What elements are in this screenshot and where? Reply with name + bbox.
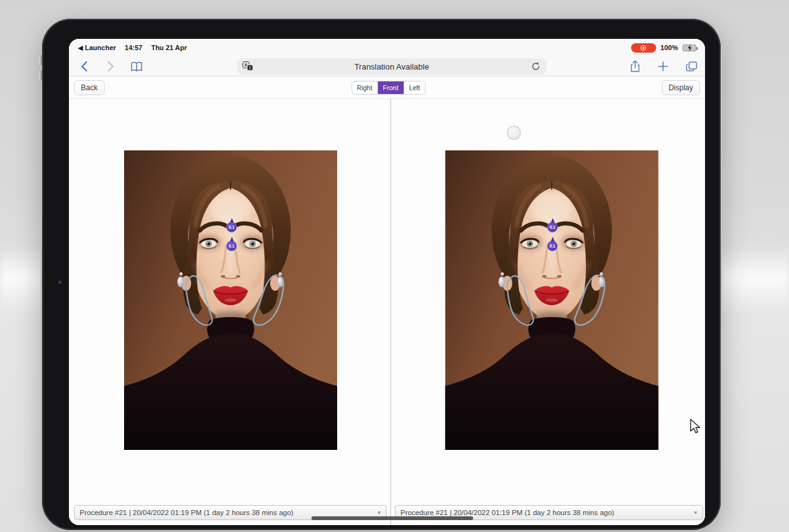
mouse-cursor xyxy=(689,419,702,437)
status-bar: ◀ Launcher 14:57 Thu 21 Apr 100% xyxy=(69,39,705,56)
return-to-app-indicator[interactable]: ◀ Launcher xyxy=(78,44,116,52)
view-segmented-control: Right Front Left xyxy=(352,81,426,95)
volume-down-button xyxy=(39,70,42,80)
browser-toolbar: A文 Translation Available xyxy=(69,56,705,76)
page-title: Translation Available xyxy=(237,62,546,71)
record-dot-icon xyxy=(640,45,646,51)
patient-photo-left[interactable]: 0.1 0.1 xyxy=(124,150,337,450)
clock: 14:57 xyxy=(125,44,142,51)
injection-point-marker[interactable]: 0.1 xyxy=(547,222,558,232)
bezel-indicator-dot xyxy=(58,281,61,284)
back-button[interactable]: Back xyxy=(74,80,105,95)
segment-front[interactable]: Front xyxy=(378,81,404,94)
app-toolbar: Back Right Front Left Display xyxy=(69,76,705,99)
patient-photo-right[interactable]: 0.1 0.1 xyxy=(445,150,658,450)
reload-icon[interactable] xyxy=(531,61,541,71)
chevron-down-icon: ▼ xyxy=(691,506,700,519)
portrait-image xyxy=(124,150,337,450)
date: Thu 21 Apr xyxy=(151,44,187,51)
injection-point-marker[interactable]: 0.1 xyxy=(226,222,237,232)
injection-point-marker[interactable]: 0.1 xyxy=(547,241,558,251)
address-bar[interactable]: A文 Translation Available xyxy=(237,58,546,75)
battery-percent: 100% xyxy=(661,44,678,51)
display-button[interactable]: Display xyxy=(662,80,700,95)
translate-icon[interactable]: A文 xyxy=(243,61,254,71)
battery-charging-icon xyxy=(682,44,696,51)
tabs-icon[interactable] xyxy=(685,60,698,73)
new-tab-icon[interactable] xyxy=(657,60,669,73)
browser-forward-icon[interactable] xyxy=(104,60,117,73)
screen-recording-indicator[interactable] xyxy=(631,43,656,53)
injection-point-marker[interactable]: 0.1 xyxy=(226,241,237,251)
touch-indicator xyxy=(507,126,521,140)
segment-left[interactable]: Left xyxy=(404,81,426,94)
ipad-device: ◀ Launcher 14:57 Thu 21 Apr 100% xyxy=(42,19,721,530)
comparison-area: 0.1 0.1 0.1 0.1 xyxy=(69,99,705,525)
bookmarks-icon[interactable] xyxy=(130,60,143,73)
desktop-background: ◀ Launcher 14:57 Thu 21 Apr 100% xyxy=(0,0,789,532)
ipad-screen: ◀ Launcher 14:57 Thu 21 Apr 100% xyxy=(69,39,705,525)
segment-right[interactable]: Right xyxy=(352,81,379,94)
volume-up-button xyxy=(39,55,42,65)
panel-divider xyxy=(390,99,391,525)
home-indicator[interactable] xyxy=(311,516,473,520)
share-icon[interactable] xyxy=(629,60,641,73)
portrait-image xyxy=(445,150,659,450)
browser-back-icon[interactable] xyxy=(78,60,90,73)
